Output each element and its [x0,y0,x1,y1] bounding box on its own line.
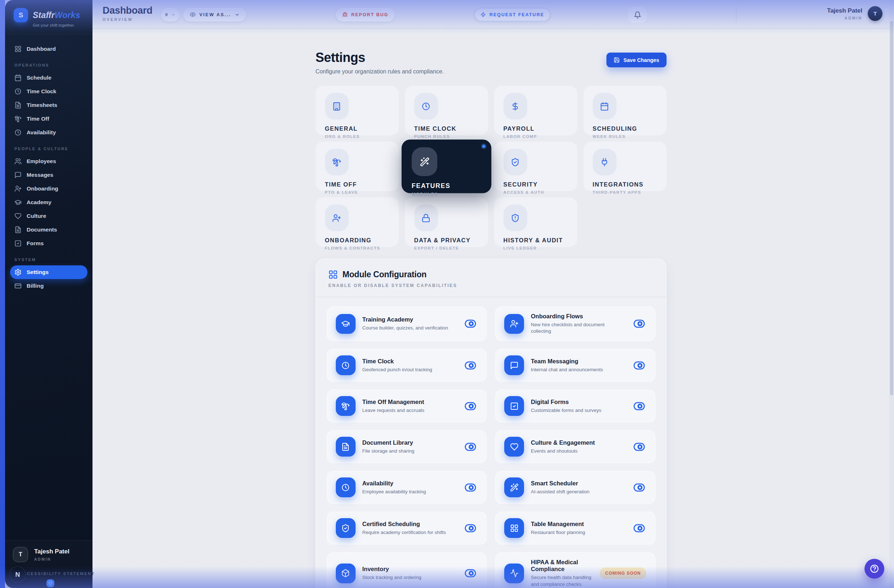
sidebar-item[interactable]: Onboarding [10,182,88,195]
module-description: Events and shoutouts [531,448,625,454]
accessibility-area: ACCESSIBILITY STATEMENT N [5,568,92,588]
sidebar-item[interactable]: Messages [10,168,88,182]
notifications-button[interactable] [628,6,647,23]
page-scrollbar[interactable] [889,0,894,588]
module-toggle[interactable] [463,567,477,579]
module-toggle[interactable] [463,441,477,453]
tile-subtitle: PTO & LEAVE [325,190,390,195]
sidebar-item[interactable]: Forms [10,237,88,250]
sidebar-item[interactable]: Billing [10,279,88,293]
module-toggle[interactable] [463,522,477,534]
sidebar-item-icon [14,45,21,53]
module-icon [336,564,356,583]
module-icon [504,437,524,456]
sidebar-item[interactable]: Time Off [10,112,88,125]
sidebar-item-label: Messages [27,172,53,178]
sidebar-item[interactable]: Timesheets [10,98,88,112]
header-user[interactable]: Tajesh Patel ADMIN T [827,6,882,21]
help-question-icon [870,564,879,574]
sidebar-item[interactable]: Settings [10,265,88,279]
module-row: Inventory Stock tracking and ordering [327,552,487,588]
module-toggle[interactable] [463,359,477,372]
module-toggle[interactable] [463,400,477,412]
settings-category-tile[interactable]: SECURITY ACCESS & AUTH [494,142,577,191]
header-title: Dashboard [103,5,152,16]
module-title: Smart Scheduler [531,480,625,487]
sidebar-item-icon [14,115,21,122]
sidebar-item[interactable]: Employees [10,154,88,168]
settings-category-tile[interactable]: FEATURES MODULES [401,139,491,193]
sidebar-item[interactable]: Time Clock [10,85,88,98]
scrollbar-thumb[interactable] [890,21,893,395]
module-toggle[interactable] [463,481,477,494]
settings-category-tile[interactable]: PAYROLL LABOR COMP [494,86,577,135]
sidebar-item-label: Time Clock [27,88,56,95]
module-description: File storage and sharing [362,448,457,454]
module-row: Availability Employee availability track… [327,471,487,504]
request-feature-button[interactable]: REQUEST FEATURE [474,8,550,21]
tile-icon [325,93,349,119]
eye-icon [190,12,196,18]
status-dropdown[interactable] [161,8,179,21]
module-icon [504,396,524,416]
tile-subtitle: PUNCH RULES [414,134,479,139]
module-toggle[interactable] [463,317,477,330]
sidebar-avatar: T [13,547,28,562]
module-config-subtitle: ENABLE OR DISABLE SYSTEM CAPABILITIES [329,283,654,288]
report-bug-button[interactable]: REPORT BUG [336,8,394,21]
module-toggle[interactable] [632,359,646,372]
module-toggle[interactable] [632,522,646,534]
settings-category-grid: GENERAL ORG & ROLES TIME CLOCK PUNCH RUL… [316,86,666,247]
settings-category-tile[interactable]: SCHEDULING WEEK RULES [583,86,666,135]
tile-icon [593,93,616,119]
sidebar-item-icon [14,129,21,136]
tile-icon [414,204,438,231]
help-button[interactable] [864,559,884,579]
accessibility-statement-link[interactable]: ACCESSIBILITY STATEMENT [20,571,95,576]
sidebar-section-label: OPERATIONS [10,56,88,71]
save-changes-button[interactable]: Save Changes [606,53,666,67]
sidebar-item-label: Billing [27,283,44,289]
sidebar-item-icon [14,101,21,109]
module-description: Customizable forms and surveys [531,407,625,414]
sidebar-item-label: Academy [27,199,51,206]
sidebar-item[interactable]: Culture [10,209,88,223]
module-toggle[interactable] [632,441,646,453]
sidebar-item[interactable]: Documents [10,223,88,237]
sidebar-item[interactable]: Academy [10,195,88,209]
sidebar-user-name: Tajesh Patel [34,548,69,555]
accessibility-badge-icon[interactable] [47,579,54,587]
settings-category-tile[interactable]: INTEGRATIONS THIRD-PARTY APPS [583,142,666,191]
tile-title: HISTORY & AUDIT [503,237,568,244]
sidebar-item[interactable]: Schedule [10,71,88,85]
module-description: Require academy certification for shifts [362,529,457,536]
accessibility-widget-button[interactable]: N [9,566,26,583]
module-icon [504,564,524,583]
settings-category-tile[interactable]: ONBOARDING FLOWS & CONTRACTS [316,197,399,247]
tile-subtitle: ACCESS & AUTH [503,190,568,195]
module-toggle[interactable] [632,400,646,412]
settings-category-tile[interactable]: TIME OFF PTO & LEAVE [316,142,399,191]
sidebar-user[interactable]: T Tajesh Patel ADMIN [5,540,92,568]
module-description: Internal chat and announcements [531,367,625,373]
sidebar-item[interactable]: Dashboard [10,42,88,56]
settings-category-tile[interactable]: GENERAL ORG & ROLES [316,86,399,135]
header-avatar[interactable]: T [868,6,882,21]
module-row: Training Academy Course builder, quizzes… [327,307,487,341]
module-icon [504,314,524,334]
view-as-dropdown[interactable]: VIEW AS... [184,8,246,21]
module-toggle[interactable] [632,317,646,330]
sidebar-item-label: Schedule [27,74,51,81]
sidebar-item-icon [14,158,21,165]
sidebar-item[interactable]: Availability [10,125,88,139]
settings-category-tile[interactable]: DATA & PRIVACY EXPORT / DELETE [405,197,488,247]
settings-category-tile[interactable]: HISTORY & AUDIT LIVE LEDGER [494,197,577,247]
tile-title: SECURITY [503,181,568,188]
module-toggle[interactable] [632,481,646,494]
module-row: Onboarding Flows New hire checklists and… [495,307,655,341]
sidebar-item-label: Dashboard [27,46,56,52]
page-description: Configure your organization rules and co… [316,68,666,75]
tile-icon [411,147,437,176]
settings-category-tile[interactable]: TIME CLOCK PUNCH RULES [405,86,488,135]
request-feature-label: REQUEST FEATURE [489,12,544,17]
